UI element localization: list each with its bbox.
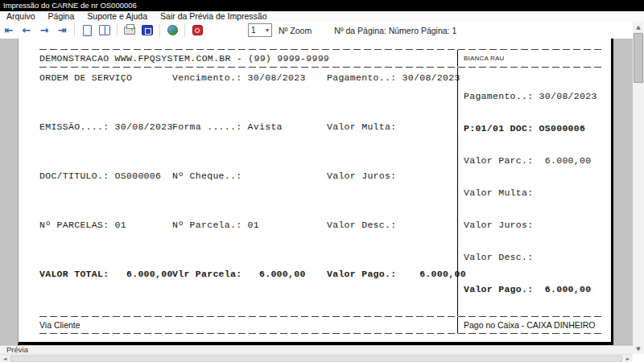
dashed-divider xyxy=(39,333,603,334)
stub-valor-pago: Valor Pago.: 6.000,00 xyxy=(464,284,603,295)
zoom-select[interactable]: 1 ▾ xyxy=(248,23,272,37)
previous-page-button[interactable]: ← xyxy=(18,23,35,38)
document-header-row: DEMONSTRACAO WWW.FPQSYSTEM.COM.BR - (99)… xyxy=(39,50,603,67)
stub-valor-juros: Valor Juros: xyxy=(464,220,603,231)
menu-pagina[interactable]: Página xyxy=(42,11,81,22)
globe-icon xyxy=(167,25,178,35)
first-page-icon: ⇤ xyxy=(5,25,14,35)
zoom-label: Nº Zoom xyxy=(279,26,312,35)
vertical-scrollbar[interactable]: ▲ ▼ xyxy=(633,22,644,354)
horizontal-scrollbar-thumb[interactable] xyxy=(10,356,622,362)
payment-method-label: Pago no Caixa - CAIXA DINHEIRO xyxy=(457,317,603,333)
scroll-up-button[interactable]: ▲ xyxy=(633,22,644,32)
toolbar-separator xyxy=(184,23,185,37)
stub-valor-desc: Valor Desc.: xyxy=(464,252,603,263)
menu-bar: Arquivo Página Suporte e Ajuda Sair da P… xyxy=(0,11,644,22)
last-page-icon: ⇥ xyxy=(58,25,67,35)
close-preview-button[interactable] xyxy=(188,23,206,38)
last-page-button[interactable]: ⇥ xyxy=(53,23,71,38)
field-valor-multa: Valor Multa: xyxy=(327,120,466,169)
menu-suporte-ajuda[interactable]: Suporte e Ajuda xyxy=(80,11,154,22)
stub-panel: Pagamento..: 30/08/2023 P:01/01 DOC: OS0… xyxy=(457,68,603,316)
two-pages-icon xyxy=(99,25,110,35)
menu-arquivo[interactable]: Arquivo xyxy=(0,11,42,22)
menu-sair-previa[interactable]: Sair da Prévia de Impressão xyxy=(154,11,273,22)
document-footer-row: Via Cliente Pago no Caixa - CAIXA DINHEI… xyxy=(39,317,603,333)
zoom-window-button[interactable] xyxy=(138,23,156,38)
page-number-label: Nº da Página: Número Página: 1 xyxy=(334,26,456,35)
status-label: Prévia xyxy=(6,345,28,354)
next-page-button[interactable]: → xyxy=(35,23,53,38)
field-num-cheque: Nº Cheque..: xyxy=(172,169,327,218)
next-page-icon: → xyxy=(40,25,49,35)
zoom-select-value: 1 xyxy=(251,26,256,35)
print-preview-window: Impressão do CARNE de nr OS000006 Arquiv… xyxy=(0,0,644,362)
order-details-grid: ORDEM DE SERVIÇO Vencimento.: 30/08/2023… xyxy=(39,68,457,316)
field-valor-total: VALOR TOTAL: 6.000,00 xyxy=(39,267,172,316)
field-vencimento: Vencimento.: 30/08/2023 xyxy=(172,71,327,120)
first-page-button[interactable]: ⇤ xyxy=(0,23,18,38)
vertical-scrollbar-thumb[interactable] xyxy=(634,33,643,83)
chevron-down-icon: ▾ xyxy=(266,27,269,34)
window-title: Impressão do CARNE de nr OS000006 xyxy=(0,0,644,11)
via-label: Via Cliente xyxy=(39,317,457,333)
field-num-parcela: Nº Parcela.: 01 xyxy=(172,218,327,267)
field-valor-pago: Valor Pago.: 6.000,00 xyxy=(327,267,466,316)
toolbar-separator xyxy=(74,23,75,37)
field-pagamento: Pagamento..: 30/08/2023 xyxy=(327,71,466,120)
print-button[interactable] xyxy=(121,23,138,38)
field-forma: Forma .....: Avista xyxy=(172,120,327,169)
two-page-view-button[interactable] xyxy=(96,23,114,38)
field-valor-desc: Valor Desc.: xyxy=(327,218,466,267)
horizontal-scrollbar[interactable]: ◄ ► xyxy=(0,354,633,362)
company-header: DEMONSTRACAO WWW.FPQSYSTEM.COM.BR - (99)… xyxy=(39,50,457,67)
status-bar: Prévia xyxy=(0,345,644,354)
field-valor-juros: Valor Juros: xyxy=(327,169,466,218)
field-tipo-documento: ORDEM DE SERVIÇO xyxy=(39,71,172,120)
field-num-parcelas: Nº PARCELAS: 01 xyxy=(39,218,172,267)
window-icon xyxy=(142,25,153,35)
stub-valor-parc: Valor Parc.: 6.000,00 xyxy=(464,155,603,167)
document-body: ORDEM DE SERVIÇO Vencimento.: 30/08/2023… xyxy=(39,68,603,316)
scroll-left-button[interactable]: ◄ xyxy=(0,355,10,362)
single-page-icon xyxy=(83,25,92,36)
stub-parcela-doc: P:01/01 DOC: OS000006 xyxy=(464,123,603,134)
toolbar: ⇤ ← → ⇥ 1 ▾ Nº Zoom Nº da Página: Número… xyxy=(0,22,633,39)
stub-valor-multa: Valor Multa: xyxy=(464,187,603,199)
printer-icon xyxy=(124,27,135,35)
document-page: DEMONSTRACAO WWW.FPQSYSTEM.COM.BR - (99)… xyxy=(18,39,613,345)
single-page-view-button[interactable] xyxy=(78,23,96,38)
field-vlr-parcela: Vlr Parcela: 6.000,00 xyxy=(172,267,327,316)
preview-area: DEMONSTRACAO WWW.FPQSYSTEM.COM.BR - (99)… xyxy=(0,39,644,345)
scroll-down-button[interactable]: ▼ xyxy=(633,343,644,354)
carne-document: DEMONSTRACAO WWW.FPQSYSTEM.COM.BR - (99)… xyxy=(19,39,603,334)
toolbar-separator xyxy=(159,23,160,37)
export-button[interactable] xyxy=(163,23,181,38)
stub-pagamento: Pagamento..: 30/08/2023 xyxy=(464,91,603,102)
field-emissao: EMISSÃO....: 30/08/2023 xyxy=(39,120,172,169)
previous-page-icon: ← xyxy=(23,25,31,35)
toolbar-separator xyxy=(117,23,118,37)
field-doc-titulo: DOC/TITULO.: OS000006 xyxy=(39,169,172,218)
customer-name: BIANCA RAU xyxy=(457,50,603,67)
stop-icon xyxy=(192,25,203,35)
scroll-right-button[interactable]: ► xyxy=(623,355,633,362)
